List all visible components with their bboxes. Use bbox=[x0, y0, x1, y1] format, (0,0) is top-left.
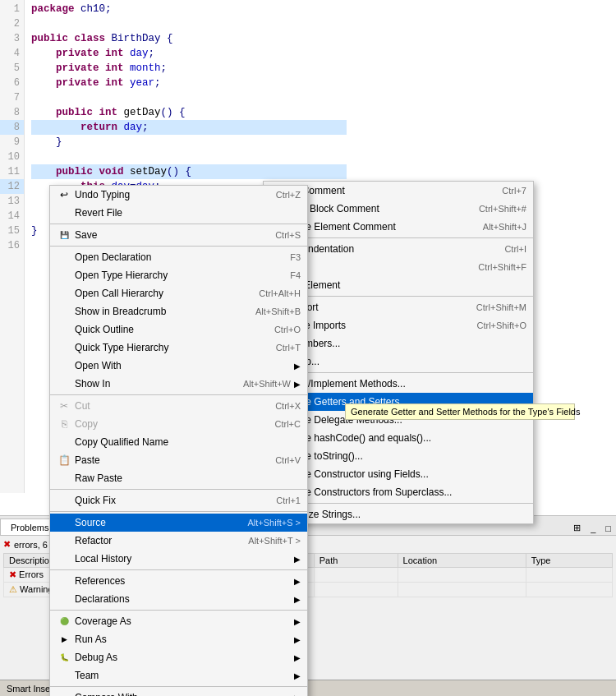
menu-open-type-hier[interactable]: Open Type Hierarchy F4 bbox=[50, 266, 307, 284]
menu-quick-outline-shortcut: Ctrl+O bbox=[274, 325, 301, 334]
coverage-icon: 🟢 bbox=[57, 614, 71, 629]
local-history-arrow: ▶ bbox=[294, 555, 301, 564]
quick-outline-icon bbox=[57, 322, 71, 337]
raw-paste-icon bbox=[57, 471, 71, 486]
filter-button[interactable]: ⊞ bbox=[568, 521, 586, 535]
menu-coverage-as[interactable]: 🟢 Coverage As ▶ bbox=[50, 612, 307, 630]
menu-open-type-hier-shortcut: F4 bbox=[290, 270, 301, 280]
menu-show-breadcrumb-label: Show in Breadcrumb bbox=[75, 306, 239, 317]
menu-externalize-strings-label: Externalize Strings... bbox=[270, 509, 526, 520]
code-line-8: public int getDay() { bbox=[31, 105, 347, 120]
references-icon bbox=[57, 574, 71, 588]
menu-source[interactable]: Source Alt+Shift+S > bbox=[50, 514, 307, 532]
code-line-11 bbox=[31, 150, 347, 164]
col-location: Location bbox=[398, 554, 526, 568]
menu-team[interactable]: Team ▶ bbox=[50, 666, 307, 684]
menu-save-label: Save bbox=[75, 229, 259, 241]
save-icon: 💾 bbox=[57, 228, 71, 242]
menu-refactor-label: Refactor bbox=[75, 535, 232, 546]
menu-debug-as[interactable]: 🐛 Debug As ▶ bbox=[50, 648, 307, 666]
menu-local-history-label: Local History bbox=[75, 553, 291, 565]
declarations-icon bbox=[57, 592, 71, 606]
coverage-arrow: ▶ bbox=[294, 617, 301, 626]
compare-icon bbox=[57, 690, 71, 696]
paste-icon: 📋 bbox=[57, 453, 71, 468]
maximize-button[interactable]: □ bbox=[600, 522, 616, 535]
open-with-icon bbox=[57, 358, 71, 373]
menu-run-as[interactable]: ▶ Run As ▶ bbox=[50, 630, 307, 648]
menu-gen-element-comment-shortcut: Alt+Shift+J bbox=[483, 222, 526, 232]
menu-format-element-label: Format Element bbox=[270, 279, 526, 291]
menu-open-with-label: Open With bbox=[75, 360, 291, 371]
breadcrumb-icon bbox=[57, 304, 71, 319]
menu-declarations[interactable]: Declarations ▶ bbox=[50, 590, 307, 608]
menu-compare-with-label: Compare With bbox=[75, 692, 291, 696]
menu-open-with[interactable]: Open With ▶ bbox=[50, 357, 307, 375]
line-number-gutter: 1 2 3 4 5 6 7 8 8 9 10 11 12 13 14 15 16 bbox=[0, 0, 25, 493]
menu-quick-outline[interactable]: Quick Outline Ctrl+O bbox=[50, 320, 307, 339]
copy-icon: ⎘ bbox=[57, 417, 71, 431]
menu-copy[interactable]: ⎘ Copy Ctrl+C bbox=[50, 415, 307, 433]
quick-type-icon bbox=[57, 340, 71, 355]
context-menu-left[interactable]: ↩ Undo Typing Ctrl+Z Revert File 💾 Save … bbox=[49, 185, 308, 696]
menu-cut[interactable]: ✂ Cut Ctrl+X bbox=[50, 397, 307, 415]
menu-cut-label: Cut bbox=[75, 400, 259, 412]
code-line-4: private int day; bbox=[31, 46, 347, 61]
menu-paste[interactable]: 📋 Paste Ctrl+V bbox=[50, 451, 307, 469]
menu-organize-imports-shortcut: Ctrl+Shift+O bbox=[476, 320, 526, 330]
menu-quick-fix[interactable]: Quick Fix Ctrl+1 bbox=[50, 491, 307, 509]
menu-compare-with[interactable]: Compare With ▶ bbox=[50, 689, 307, 696]
menu-undo-label: Undo Typing bbox=[75, 189, 260, 201]
run-icon: ▶ bbox=[57, 632, 71, 647]
open-with-arrow: ▶ bbox=[294, 362, 301, 371]
menu-sort-members-label: Sort Members... bbox=[270, 338, 526, 349]
cut-icon: ✂ bbox=[57, 399, 71, 413]
menu-save[interactable]: 💾 Save Ctrl+S bbox=[50, 226, 307, 244]
open-call-hier-icon bbox=[57, 286, 71, 301]
menu-open-call-hier[interactable]: Open Call Hierarchy Ctrl+Alt+H bbox=[50, 284, 307, 302]
menu-raw-paste-label: Raw Paste bbox=[75, 472, 301, 484]
menu-paste-shortcut: Ctrl+V bbox=[275, 455, 301, 465]
menu-open-decl[interactable]: Open Declaration F3 bbox=[50, 248, 307, 266]
menu-raw-paste[interactable]: Raw Paste bbox=[50, 469, 307, 487]
tooltip-text: Generate Getter and Setter Methods for t… bbox=[351, 407, 581, 417]
menu-clean-up-label: Clean Up... bbox=[270, 356, 526, 367]
menu-remove-block-comment-shortcut: Ctrl+Shift+# bbox=[479, 204, 526, 214]
menu-show-breadcrumb[interactable]: Show in Breadcrumb Alt+Shift+B bbox=[50, 302, 307, 320]
menu-quick-fix-shortcut: Ctrl+1 bbox=[276, 495, 301, 505]
local-history-icon bbox=[57, 551, 71, 566]
row-warn-icon: ⚠ bbox=[9, 584, 17, 594]
open-type-hier-icon bbox=[57, 268, 71, 283]
menu-source-shortcut: Alt+Shift+S > bbox=[247, 518, 301, 528]
menu-show-in[interactable]: Show In Alt+Shift+W ▶ bbox=[50, 375, 307, 393]
menu-override-implement-label: Override/Implement Methods... bbox=[270, 378, 526, 389]
menu-copy-qualified[interactable]: Copy Qualified Name bbox=[50, 433, 307, 451]
menu-references[interactable]: References ▶ bbox=[50, 572, 307, 590]
col-type: Type bbox=[526, 554, 612, 568]
menu-quick-type[interactable]: Quick Type Hierarchy Ctrl+T bbox=[50, 339, 307, 357]
menu-references-label: References bbox=[75, 575, 291, 587]
menu-copy-shortcut: Ctrl+C bbox=[275, 419, 301, 429]
source-icon bbox=[57, 515, 71, 530]
menu-undo[interactable]: ↩ Undo Typing Ctrl+Z bbox=[50, 186, 307, 204]
menu-revert-label: Revert File bbox=[75, 207, 301, 219]
menu-open-type-hier-label: Open Type Hierarchy bbox=[75, 270, 274, 281]
menu-quick-fix-label: Quick Fix bbox=[75, 495, 260, 506]
menu-correct-indent-shortcut: Ctrl+I bbox=[504, 244, 526, 254]
menu-quick-type-shortcut: Ctrl+T bbox=[276, 343, 301, 353]
menu-declarations-label: Declarations bbox=[75, 593, 291, 605]
menu-refactor[interactable]: Refactor Alt+Shift+T > bbox=[50, 532, 307, 550]
separator-7 bbox=[50, 610, 307, 611]
menu-show-breadcrumb-shortcut: Alt+Shift+B bbox=[255, 307, 301, 316]
code-line-12: public void setDay() { bbox=[31, 164, 347, 179]
col-path: Path bbox=[314, 554, 398, 568]
menu-source-label: Source bbox=[75, 517, 231, 528]
menu-local-history[interactable]: Local History ▶ bbox=[50, 550, 307, 568]
menu-revert[interactable]: Revert File bbox=[50, 204, 307, 222]
menu-copy-label: Copy bbox=[75, 418, 259, 430]
row-error-icon: ✖ bbox=[9, 569, 16, 579]
code-line-9: return day; bbox=[31, 120, 347, 135]
tooltip: Generate Getter and Setter Methods for t… bbox=[345, 403, 575, 420]
menu-team-label: Team bbox=[75, 670, 291, 681]
minimize-button[interactable]: _ bbox=[586, 522, 600, 535]
